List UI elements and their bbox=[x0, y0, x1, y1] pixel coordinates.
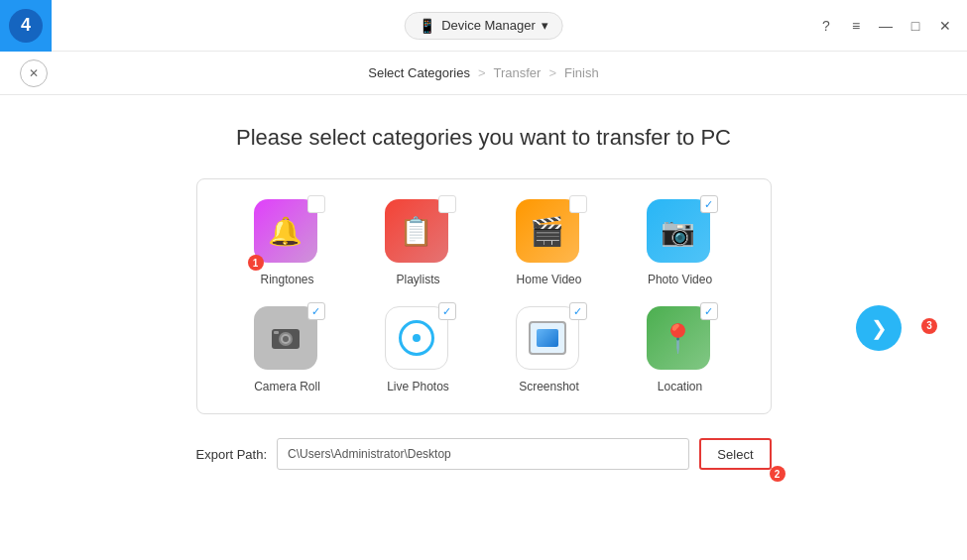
device-manager-btn[interactable]: 📱 Device Manager ▾ bbox=[404, 12, 563, 40]
dropdown-chevron-icon: ▾ bbox=[542, 18, 548, 33]
screenshot-label: Screenshot bbox=[519, 380, 579, 393]
minimize-button[interactable]: — bbox=[876, 16, 896, 36]
playlists-checkbox bbox=[438, 195, 456, 213]
category-livephotos[interactable]: Live Photos bbox=[358, 306, 479, 393]
window-controls: ? ≡ — □ ✕ bbox=[816, 16, 955, 36]
select-button[interactable]: Select bbox=[699, 438, 771, 470]
menu-button[interactable]: ≡ bbox=[846, 16, 866, 36]
homevideo-label: Home Video bbox=[517, 273, 582, 286]
badge-2: 2 bbox=[770, 466, 786, 482]
dialog-close-button[interactable]: ✕ bbox=[20, 59, 48, 87]
category-location[interactable]: 📍 Location bbox=[620, 306, 741, 393]
svg-point-3 bbox=[283, 336, 289, 342]
photovideo-label: Photo Video bbox=[648, 273, 712, 286]
location-label: Location bbox=[658, 380, 702, 393]
category-playlists[interactable]: 📋 Playlists bbox=[358, 199, 479, 286]
playlists-icon-wrap: 📋 bbox=[385, 199, 452, 267]
next-button[interactable]: ❯ bbox=[856, 305, 902, 351]
breadcrumb: Select Categories > Transfer > Finish bbox=[20, 65, 947, 80]
categories-grid: 🔔 1 Ringtones 📋 Playlists bbox=[227, 199, 741, 393]
device-icon: 📱 bbox=[419, 18, 435, 34]
main-wrapper: Please select categories you want to tra… bbox=[0, 95, 967, 560]
photovideo-icon-wrap: 📷 bbox=[647, 199, 714, 267]
close-button[interactable]: ✕ bbox=[935, 16, 955, 36]
cameraroll-icon-wrap bbox=[254, 306, 321, 374]
device-manager-label: Device Manager bbox=[441, 18, 536, 33]
livephotos-checkbox bbox=[438, 302, 456, 320]
screenshot-checkbox bbox=[569, 302, 587, 320]
homevideo-checkbox bbox=[569, 195, 587, 213]
breadcrumb-bar: ✕ Select Categories > Transfer > Finish bbox=[0, 52, 967, 95]
category-screenshot[interactable]: Screenshot bbox=[489, 306, 610, 393]
export-path-input[interactable] bbox=[277, 438, 689, 470]
breadcrumb-sep2: > bbox=[548, 65, 556, 80]
category-ringtones[interactable]: 🔔 1 Ringtones bbox=[227, 199, 348, 286]
categories-box: 🔔 1 Ringtones 📋 Playlists bbox=[196, 178, 772, 414]
playlists-label: Playlists bbox=[396, 273, 439, 286]
export-row: Export Path: Select 2 bbox=[196, 438, 772, 470]
app-logo: 4 bbox=[0, 0, 52, 52]
main-content: Please select categories you want to tra… bbox=[0, 95, 967, 490]
badge-1: 1 bbox=[248, 255, 264, 271]
livephotos-label: Live Photos bbox=[387, 380, 449, 393]
title-center: 📱 Device Manager ▾ bbox=[404, 12, 563, 40]
export-path-label: Export Path: bbox=[196, 447, 268, 462]
app-logo-icon: 4 bbox=[9, 9, 43, 43]
homevideo-icon-wrap: 🎬 bbox=[516, 199, 583, 267]
ringtones-label: Ringtones bbox=[260, 273, 313, 286]
ringtones-checkbox bbox=[307, 195, 325, 213]
screenshot-icon-wrap bbox=[516, 306, 583, 374]
page-title: Please select categories you want to tra… bbox=[236, 125, 731, 151]
photovideo-checkbox bbox=[700, 195, 718, 213]
cameraroll-label: Camera Roll bbox=[254, 380, 320, 393]
help-button[interactable]: ? bbox=[816, 16, 836, 36]
location-icon-wrap: 📍 bbox=[647, 306, 714, 374]
category-photovideo[interactable]: 📷 Photo Video bbox=[620, 199, 741, 286]
title-bar: 4 📱 Device Manager ▾ ? ≡ — □ ✕ bbox=[0, 0, 967, 52]
cameraroll-checkbox bbox=[307, 302, 325, 320]
svg-rect-4 bbox=[274, 331, 279, 334]
category-cameraroll[interactable]: Camera Roll bbox=[227, 306, 348, 393]
livephotos-icon-wrap bbox=[385, 306, 452, 374]
maximize-button[interactable]: □ bbox=[906, 16, 925, 36]
location-checkbox bbox=[700, 302, 718, 320]
breadcrumb-sep1: > bbox=[478, 65, 486, 80]
category-homevideo[interactable]: 🎬 Home Video bbox=[489, 199, 610, 286]
breadcrumb-step3: Finish bbox=[564, 65, 599, 80]
ringtones-icon-wrap: 🔔 1 bbox=[254, 199, 321, 267]
breadcrumb-step2: Transfer bbox=[494, 65, 542, 80]
breadcrumb-step1: Select Categories bbox=[368, 65, 470, 80]
badge-3: 3 bbox=[921, 318, 937, 334]
